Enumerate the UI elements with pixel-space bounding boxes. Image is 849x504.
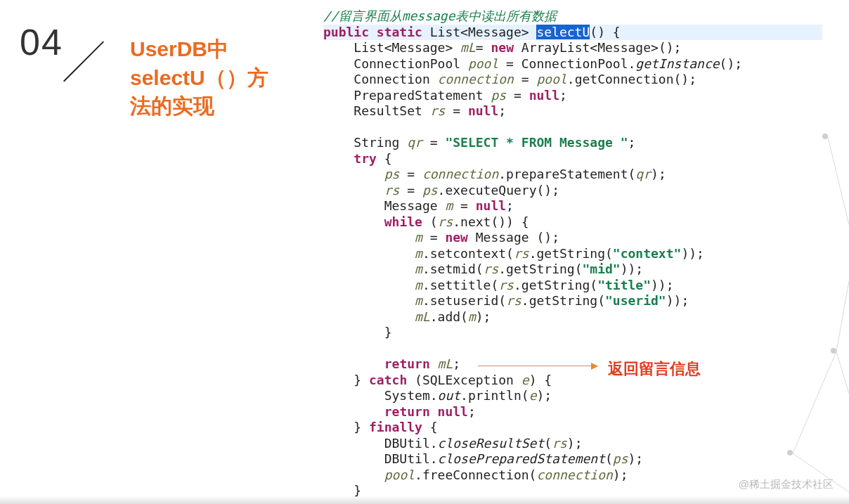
t: DBUtil. bbox=[323, 451, 438, 466]
v: qr bbox=[407, 135, 422, 150]
t: ConnectionPool bbox=[323, 56, 468, 71]
t: .getConnection(); bbox=[567, 72, 696, 86]
kw-public-static: public static bbox=[323, 25, 430, 39]
t: .println( bbox=[460, 388, 529, 403]
v: connection bbox=[422, 167, 498, 181]
return-type: List<Message> bbox=[430, 25, 537, 39]
t: = bbox=[399, 167, 422, 181]
t: )); bbox=[651, 278, 674, 292]
t: ; bbox=[628, 135, 636, 150]
v: pool bbox=[384, 467, 415, 482]
heading-line-3: 法的实现 bbox=[130, 94, 214, 117]
m: closeResultSet bbox=[438, 436, 545, 451]
heading-line-1: UserDB中 bbox=[130, 37, 228, 60]
t: ( bbox=[422, 214, 438, 229]
v: rs bbox=[384, 183, 400, 198]
v: ps bbox=[422, 183, 438, 198]
t: = bbox=[506, 88, 529, 103]
v: m bbox=[445, 198, 453, 213]
t bbox=[323, 467, 384, 482]
t: = bbox=[453, 198, 476, 213]
t: Connection bbox=[323, 72, 438, 86]
str: "userid" bbox=[605, 293, 666, 308]
v: mL bbox=[460, 40, 476, 55]
v: pool bbox=[468, 56, 498, 71]
v: m bbox=[415, 278, 422, 292]
t: .getString( bbox=[498, 261, 582, 276]
t: ); bbox=[628, 451, 644, 466]
kw-return: return bbox=[384, 356, 438, 371]
sig-tail: () { bbox=[590, 25, 620, 39]
v: e bbox=[521, 373, 529, 387]
v: ps bbox=[613, 451, 628, 466]
v: e bbox=[529, 388, 537, 403]
str: "title" bbox=[597, 278, 651, 292]
bottom-shadow bbox=[0, 496, 849, 504]
t: .settitle( bbox=[422, 278, 498, 292]
t: .getString( bbox=[529, 246, 613, 261]
t: = bbox=[422, 135, 446, 150]
t: .freeConnection( bbox=[415, 467, 536, 482]
t: ( bbox=[605, 451, 613, 466]
t: .prepareStatement( bbox=[498, 167, 635, 181]
kw-try: try bbox=[354, 151, 377, 166]
t: { bbox=[377, 151, 392, 166]
t: .setmid( bbox=[422, 261, 484, 276]
t: ; bbox=[453, 356, 460, 371]
t: ); bbox=[567, 436, 583, 451]
t: ; bbox=[506, 198, 514, 213]
method-name-selected: selectU bbox=[536, 25, 590, 39]
v: rs bbox=[514, 246, 529, 261]
v: rs bbox=[506, 293, 521, 308]
kw-return-null: return null bbox=[384, 404, 468, 419]
kw-null: null bbox=[529, 88, 559, 103]
t bbox=[323, 167, 384, 181]
kw-new: new bbox=[445, 230, 475, 245]
kw-null: null bbox=[468, 103, 498, 118]
v: connection bbox=[536, 467, 612, 482]
t: ; bbox=[559, 88, 567, 103]
v: pool bbox=[536, 72, 566, 86]
v: mL bbox=[438, 356, 453, 371]
t: = bbox=[399, 183, 422, 198]
decorative-line bbox=[63, 42, 105, 84]
t: Message bbox=[323, 198, 445, 213]
svg-line-1 bbox=[836, 281, 849, 351]
watermark-text: @稀土掘金技术社区 bbox=[739, 478, 834, 491]
t: ; bbox=[498, 103, 506, 118]
v: m bbox=[468, 309, 476, 324]
t: ) { bbox=[529, 373, 552, 387]
t: ); bbox=[476, 309, 491, 324]
t: = bbox=[445, 103, 468, 118]
t: ArrayList<Message>(); bbox=[521, 40, 682, 55]
t: ( bbox=[544, 436, 552, 451]
t bbox=[323, 246, 415, 261]
v: rs bbox=[552, 436, 567, 451]
t bbox=[323, 151, 354, 166]
v: m bbox=[415, 293, 422, 308]
t: DBUtil. bbox=[323, 436, 438, 451]
t: ); bbox=[613, 467, 628, 482]
v: ps bbox=[384, 167, 400, 181]
t: = bbox=[476, 40, 491, 55]
m: getInstance bbox=[635, 56, 719, 71]
t: ); bbox=[651, 167, 666, 181]
t: )); bbox=[621, 261, 644, 276]
kw-new: new bbox=[491, 40, 521, 55]
t: ); bbox=[536, 388, 552, 403]
t: System. bbox=[323, 388, 438, 403]
t: } bbox=[323, 420, 369, 434]
v: m bbox=[415, 230, 422, 245]
field: out bbox=[438, 388, 461, 403]
t: )); bbox=[666, 293, 689, 308]
kw-while: while bbox=[384, 214, 422, 229]
str: "context" bbox=[613, 246, 682, 261]
kw-finally: finally bbox=[369, 420, 422, 434]
v: mL bbox=[415, 309, 430, 324]
dot-icon bbox=[787, 450, 793, 455]
section-heading: UserDB中 selectU（）方 法的实现 bbox=[130, 35, 306, 121]
t: = bbox=[422, 230, 446, 245]
t: } bbox=[323, 373, 369, 387]
t: { bbox=[422, 420, 438, 434]
t bbox=[323, 214, 384, 229]
